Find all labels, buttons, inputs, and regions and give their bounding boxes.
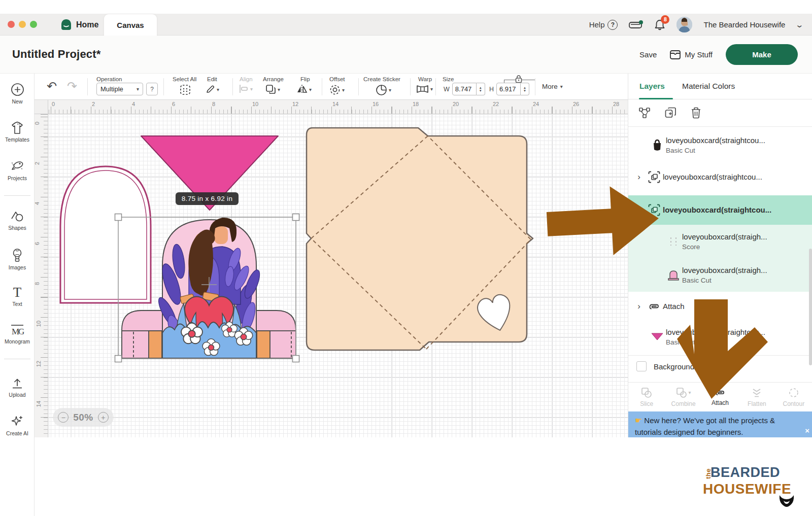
warp-caret-icon: ▾ xyxy=(430,86,433,92)
select-all-button[interactable] xyxy=(180,84,191,95)
envelope-shape[interactable] xyxy=(307,128,533,350)
layer-child-row[interactable]: loveyouboxcard(straigh... Basic Cut xyxy=(628,258,812,292)
ruler-tick-label: 14 xyxy=(332,101,339,107)
layer-child-row[interactable]: loveyouboxcard(straigh... Score xyxy=(628,225,812,258)
layer-type: Basic Cut xyxy=(666,337,765,347)
panel-scrollbar[interactable] xyxy=(809,249,812,365)
tab-home[interactable]: Home xyxy=(55,14,105,36)
sidebar-item-templates[interactable]: Templates xyxy=(0,121,35,143)
make-button[interactable]: Make xyxy=(726,44,798,65)
layer-group-row[interactable]: › loveyouboxcard(straightcou... xyxy=(628,165,812,189)
expand-chevron-icon[interactable]: › xyxy=(632,172,646,182)
layer-name: loveyouboxcard(straightcou... xyxy=(663,172,762,182)
selection-handle[interactable] xyxy=(115,356,122,362)
zoom-window-button[interactable] xyxy=(30,21,37,28)
sidebar-item-monogram[interactable]: MG Monogram xyxy=(0,323,35,345)
ruler-tick-label: 10 xyxy=(36,321,42,327)
tab-canvas[interactable]: Canvas xyxy=(104,14,157,36)
score-layer-icon xyxy=(665,234,682,249)
arrange-button[interactable]: ▾ xyxy=(265,84,280,94)
width-stepper[interactable]: ▲▼ xyxy=(477,83,485,95)
my-stuff-button[interactable]: My Stuff xyxy=(670,50,713,59)
select-all-label: Select All xyxy=(173,76,196,82)
account-chevron-icon[interactable]: ⌄ xyxy=(795,20,804,29)
expand-chevron-icon[interactable]: › xyxy=(632,301,646,312)
sidebar-item-projects[interactable]: Projects xyxy=(0,160,35,181)
undo-button[interactable]: ↶ xyxy=(47,81,57,91)
avatar[interactable] xyxy=(676,17,692,32)
ruler-tick-label: 18 xyxy=(413,101,419,107)
flip-button[interactable]: ▾ xyxy=(296,84,312,94)
attach-label: Attach xyxy=(712,399,729,406)
ruler-tick-label: 12 xyxy=(292,101,298,107)
close-window-button[interactable] xyxy=(8,21,15,28)
tab-material-colors[interactable]: Material Colors xyxy=(682,82,735,91)
delete-button[interactable] xyxy=(690,107,702,119)
align-label: Align xyxy=(240,76,253,82)
height-stepper[interactable]: ▲▼ xyxy=(521,83,529,95)
layer-row[interactable]: loveyouboxcard(straightcou... Basic Cut xyxy=(628,321,812,353)
select-layers-button[interactable] xyxy=(638,107,651,119)
selection-handle[interactable] xyxy=(115,214,122,221)
create-sticker-caret-icon: ▾ xyxy=(389,87,391,93)
arch-shape[interactable] xyxy=(60,166,151,303)
width-input[interactable] xyxy=(452,83,477,95)
triangle-layer-icon xyxy=(649,332,666,342)
save-button[interactable]: Save xyxy=(639,50,657,59)
redo-button[interactable]: ↷ xyxy=(67,81,77,91)
layer-group-row-selected[interactable]: ⌄ loveyouboxcard(straightcou... xyxy=(628,195,812,225)
notifications-button[interactable]: 8 xyxy=(654,19,665,31)
tab-layers[interactable]: Layers xyxy=(639,82,665,91)
svg-text:G: G xyxy=(18,327,24,336)
ruler-tick-label: 2 xyxy=(35,162,40,165)
flip-caret-icon: ▾ xyxy=(309,87,312,92)
banner-close-icon[interactable]: × xyxy=(805,425,809,436)
zoom-out-button[interactable]: − xyxy=(58,412,69,423)
ruler-tick-label: 20 xyxy=(453,101,459,107)
combine-label: Combine xyxy=(671,400,696,407)
sidebar-item-images[interactable]: Images xyxy=(0,248,35,270)
attach-button[interactable]: Attach xyxy=(702,383,738,411)
more-button[interactable]: More ▾ xyxy=(542,83,563,90)
align-icon xyxy=(239,84,249,93)
ruler-tick-label: 8 xyxy=(35,282,40,285)
sidebar-item-create-ai[interactable]: Create AI xyxy=(0,415,35,436)
selection-handle[interactable] xyxy=(293,214,299,221)
machine-status-icon[interactable] xyxy=(629,20,643,30)
create-sticker-button[interactable]: ▾ xyxy=(376,84,391,96)
flip-icon xyxy=(296,84,308,94)
account-name[interactable]: The Bearded Housewife xyxy=(703,20,785,29)
edit-caret-icon: ▾ xyxy=(217,87,219,92)
attach-group-row[interactable]: › Attach xyxy=(628,296,812,317)
horizontal-ruler: 0 2 4 6 8 10 12 14 16 18 20 22 24 26 28 xyxy=(48,100,628,114)
size-lock-icon[interactable] xyxy=(515,75,523,83)
sidebar-item-shapes[interactable]: Shapes xyxy=(0,210,35,231)
upload-icon xyxy=(11,377,24,390)
collapse-chevron-icon[interactable]: ⌄ xyxy=(632,205,646,216)
minimize-window-button[interactable] xyxy=(19,21,26,28)
edit-button[interactable]: ▾ xyxy=(205,84,219,94)
background-checkbox[interactable] xyxy=(636,361,647,371)
sticker-icon xyxy=(376,84,387,96)
selection-handle[interactable] xyxy=(293,356,299,362)
height-input[interactable] xyxy=(496,83,521,95)
combine-caret-icon: ▾ xyxy=(689,390,691,395)
cricut-logo-icon xyxy=(61,19,72,30)
offset-button[interactable]: ▾ xyxy=(329,84,345,95)
warp-button[interactable]: ▾ xyxy=(416,84,433,94)
sidebar-item-new[interactable]: New xyxy=(0,83,35,105)
duplicate-button[interactable] xyxy=(664,107,677,119)
zoom-in-button[interactable]: + xyxy=(98,412,109,423)
flatten-icon xyxy=(751,387,762,398)
slice-button: Slice xyxy=(628,383,665,411)
operation-select[interactable]: Multiple ▾ xyxy=(96,83,143,95)
align-button: ▾ xyxy=(239,84,253,93)
beginner-banner: ☛New here? We've got all the projects & … xyxy=(628,411,812,437)
layer-name: Attach xyxy=(663,301,685,312)
operation-help-button[interactable]: ? xyxy=(146,83,158,95)
sidebar-item-text[interactable]: T Text xyxy=(0,286,35,307)
help-button[interactable]: Help ? xyxy=(589,20,618,30)
layer-row[interactable]: loveyouboxcard(straightcou... Basic Cut xyxy=(628,129,812,161)
canvas-artwork xyxy=(48,114,628,437)
sidebar-item-upload[interactable]: Upload xyxy=(0,377,35,398)
